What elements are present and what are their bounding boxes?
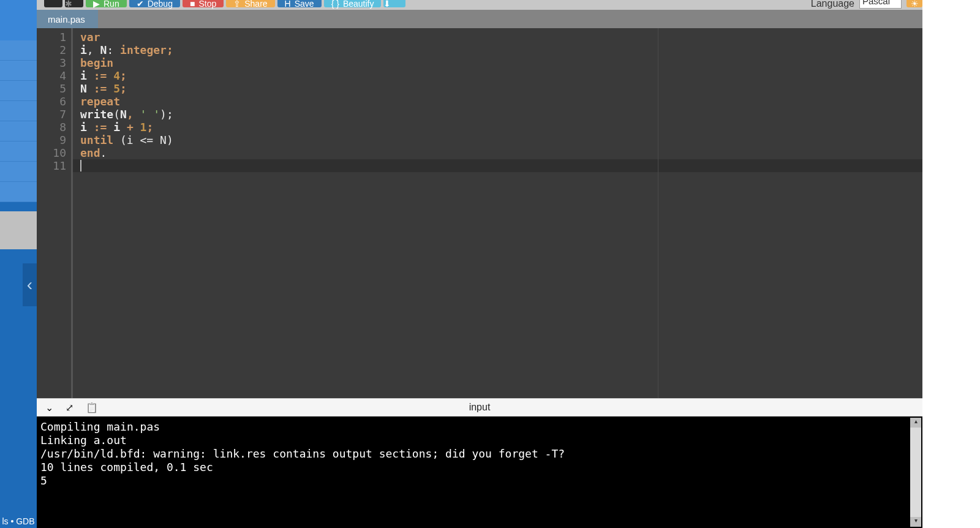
code-line: i := i + 1; <box>80 121 153 134</box>
sidebar-item[interactable] <box>0 40 37 61</box>
line-number: 9 <box>37 134 66 146</box>
run-label: Run <box>104 0 119 8</box>
beautify-label: Beautify <box>343 0 374 8</box>
line-number: 5 <box>37 82 66 95</box>
line-number: 2 <box>37 43 66 56</box>
save-button[interactable]: H Save <box>277 0 322 7</box>
right-gap <box>922 0 980 528</box>
square-icon: ■ <box>190 0 195 8</box>
check-icon: ✔ <box>137 0 144 8</box>
sidebar-item[interactable] <box>0 141 37 162</box>
scroll-down-icon[interactable]: ▾ <box>910 517 921 527</box>
save-icon: H <box>285 0 291 8</box>
code-line: i := 4; <box>80 69 127 82</box>
line-number-gutter: 1234567891011 <box>37 28 71 398</box>
braces-icon: { } <box>331 0 339 8</box>
line-number: 4 <box>37 69 66 82</box>
scroll-up-icon[interactable]: ▴ <box>910 418 921 428</box>
stop-label: Stop <box>198 0 216 8</box>
code-line: begin <box>80 56 113 69</box>
sun-icon: ☀ <box>911 0 919 9</box>
new-file-button[interactable] <box>44 0 62 7</box>
sidebar-item[interactable] <box>0 162 37 182</box>
theme-button[interactable]: ✱ <box>65 0 83 7</box>
sidebar-item[interactable] <box>0 101 37 121</box>
share-label: Share <box>244 0 267 8</box>
share-button[interactable]: ⇪ Share <box>226 0 274 7</box>
download-button[interactable]: ⬇ <box>383 0 405 7</box>
beautify-button[interactable]: { } Beautify <box>324 0 382 7</box>
chevron-down-icon[interactable]: ⌄ <box>45 402 53 413</box>
line-number: 3 <box>37 56 66 69</box>
code-area[interactable]: vari, N: integer;begini := 4;N := 5;repe… <box>71 28 922 398</box>
sidebar-item[interactable] <box>0 61 37 81</box>
code-line: i, N: integer; <box>80 43 173 56</box>
code-editor[interactable]: 1234567891011 vari, N: integer;begini :=… <box>37 28 922 398</box>
debug-label: Debug <box>148 0 173 8</box>
line-number: 10 <box>37 146 66 159</box>
editor-tabbar: main.pas <box>37 10 922 28</box>
sidebar-header <box>0 0 37 40</box>
theme-toggle-button[interactable]: ☀ <box>907 0 922 7</box>
line-number: 6 <box>37 95 66 108</box>
sidebar-ad-block <box>0 211 37 249</box>
language-select[interactable]: Pascal <box>859 0 902 9</box>
line-number: 7 <box>37 108 66 121</box>
console-scrollbar[interactable]: ▴ ▾ <box>910 418 921 527</box>
text-cursor <box>80 160 81 172</box>
top-toolbar: ✱ ▶ Run ✔ Debug ■ Stop ⇪ Share H Save { … <box>0 0 980 10</box>
share-icon: ⇪ <box>233 0 241 8</box>
code-line: repeat <box>80 95 120 108</box>
sidebar-item[interactable] <box>0 121 37 141</box>
line-number: 8 <box>37 121 66 134</box>
collapse-panel-button[interactable]: ‹ <box>23 263 37 306</box>
line-number: 11 <box>37 159 66 172</box>
play-icon: ▶ <box>93 0 100 8</box>
language-selected: Pascal <box>862 0 890 6</box>
stop-button[interactable]: ■ Stop <box>183 0 224 7</box>
save-label: Save <box>295 0 314 8</box>
tab-label: main.pas <box>48 14 85 25</box>
code-line: var <box>80 31 100 43</box>
code-line: N := 5; <box>80 82 127 95</box>
io-divider-bar[interactable]: ⌄ ⤢ 📋 input <box>37 398 922 417</box>
debug-button[interactable]: ✔ Debug <box>129 0 180 7</box>
output-console[interactable]: Compiling main.pas Linking a.out /usr/bi… <box>37 417 922 528</box>
sidebar-item[interactable] <box>0 182 37 202</box>
code-line: write(N, ' '); <box>80 108 173 121</box>
code-line: end. <box>80 146 107 159</box>
input-label: input <box>469 402 491 413</box>
left-sidebar <box>0 0 37 252</box>
language-label: Language <box>811 0 854 9</box>
clipboard-icon[interactable]: 📋 <box>86 402 98 413</box>
line-number: 1 <box>37 31 66 43</box>
chevron-left-icon: ‹ <box>27 275 32 295</box>
ruler-line <box>658 28 658 398</box>
current-line-highlight <box>73 159 922 172</box>
tab-mainpas[interactable]: main.pas <box>37 10 98 28</box>
code-line: until (i <= N) <box>80 134 173 146</box>
footer-brand: ls • GDB <box>0 516 37 528</box>
expand-icon[interactable]: ⤢ <box>66 402 74 413</box>
sidebar-item[interactable] <box>0 81 37 101</box>
run-button[interactable]: ▶ Run <box>86 0 127 7</box>
download-icon: ⬇ <box>383 0 391 8</box>
